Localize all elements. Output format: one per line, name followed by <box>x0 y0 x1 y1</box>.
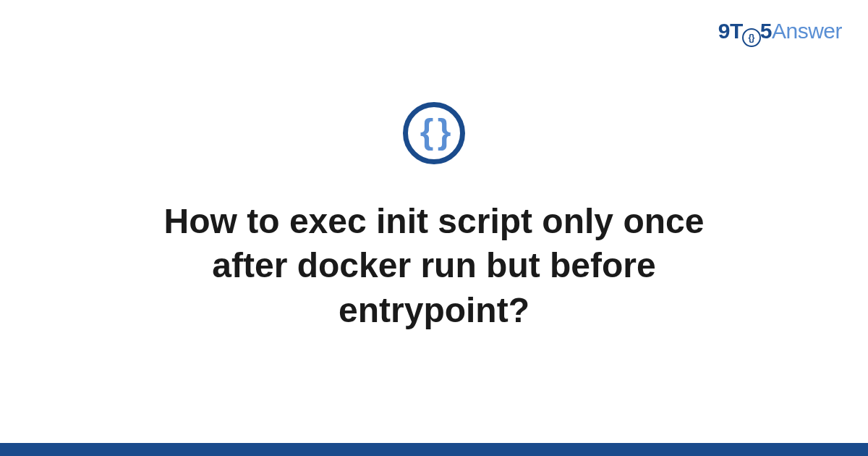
footer-bar <box>0 443 868 456</box>
topic-icon-circle: { } <box>403 102 465 164</box>
main-content: { } How to exec init script only once af… <box>0 0 868 456</box>
code-braces-icon: { } <box>420 114 448 149</box>
question-title: How to exec init script only once after … <box>109 199 760 332</box>
